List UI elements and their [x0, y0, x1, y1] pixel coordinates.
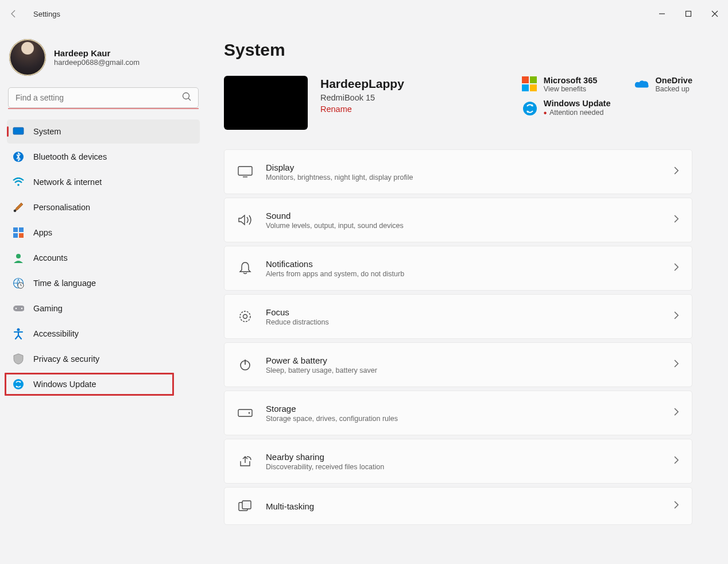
sidebar-item-label: Windows Update	[33, 380, 96, 389]
svg-point-8	[14, 210, 17, 213]
card-sub: Volume levels, output, input, sound devi…	[266, 222, 661, 230]
card-display[interactable]: Display Monitors, brightness, night ligh…	[224, 149, 692, 194]
content-area: System HardeepLappy RedmiBook 15 Rename	[207, 28, 728, 564]
maximize-button[interactable]	[675, 5, 702, 23]
focus-icon	[237, 308, 253, 325]
card-notifications[interactable]: Notifications Alerts from apps and syste…	[224, 246, 692, 291]
status-sub: Attention needed	[544, 108, 611, 118]
card-title: Nearby sharing	[266, 452, 661, 462]
search-input[interactable]	[8, 87, 199, 108]
svg-point-25	[240, 311, 250, 322]
bluetooth-icon	[13, 151, 24, 163]
status-title: Microsoft 365	[544, 76, 597, 85]
accessibility-icon	[13, 328, 24, 339]
sidebar-item-privacy[interactable]: Privacy & security	[7, 347, 200, 371]
search-highlight-underline	[8, 108, 199, 109]
sidebar-item-label: Time & language	[33, 279, 96, 288]
chevron-right-icon	[673, 215, 679, 225]
shield-icon	[13, 353, 24, 365]
svg-line-3	[188, 98, 191, 101]
card-title: Storage	[266, 404, 661, 414]
back-button[interactable]	[5, 5, 23, 23]
svg-rect-4	[13, 128, 24, 134]
chevron-right-icon	[673, 456, 679, 466]
device-name: HardeepLappy	[320, 77, 404, 91]
svg-point-2	[183, 93, 189, 99]
card-sub: Discoverability, received files location	[266, 463, 661, 471]
clock-globe-icon	[13, 277, 24, 289]
status-title: OneDrive	[656, 76, 692, 85]
close-button[interactable]	[702, 5, 728, 23]
chevron-right-icon	[673, 263, 679, 273]
onedrive-icon	[634, 76, 650, 92]
sidebar-item-time-language[interactable]: Time & language	[7, 271, 200, 295]
multitask-icon	[237, 498, 253, 514]
sidebar-item-accessibility[interactable]: Accessibility	[7, 322, 200, 346]
sidebar: Hardeep Kaur hardeep0688@gmail.com Syste…	[0, 28, 207, 564]
svg-point-19	[21, 308, 22, 309]
svg-point-13	[16, 254, 21, 258]
sidebar-item-label: Privacy & security	[33, 354, 99, 364]
status-tile-update[interactable]: Windows Update Attention needed	[522, 99, 611, 118]
svg-rect-29	[238, 410, 252, 416]
card-title: Sound	[266, 211, 661, 221]
app-title: Settings	[33, 10, 60, 18]
rename-link[interactable]: Rename	[320, 105, 352, 114]
gamepad-icon	[13, 303, 24, 314]
svg-point-30	[249, 412, 250, 414]
chevron-right-icon	[673, 408, 679, 418]
sidebar-item-apps[interactable]: Apps	[7, 221, 200, 245]
sidebar-item-label: Network & internet	[33, 177, 102, 187]
storage-icon	[237, 405, 253, 421]
profile-email: hardeep0688@gmail.com	[54, 58, 140, 67]
svg-point-26	[243, 315, 247, 319]
chevron-right-icon	[673, 311, 679, 322]
sidebar-item-accounts[interactable]: Accounts	[7, 246, 200, 270]
svg-rect-23	[238, 167, 252, 175]
svg-rect-11	[13, 233, 18, 238]
sidebar-item-windows-update[interactable]: Windows Update	[7, 372, 200, 396]
update-icon	[522, 101, 538, 117]
device-block: HardeepLappy RedmiBook 15 Rename	[224, 76, 404, 130]
sidebar-item-label: System	[33, 127, 61, 136]
status-tile-ms365[interactable]: Microsoft 365 View benefits	[522, 76, 611, 93]
card-sub: Alerts from apps and system, do not dist…	[266, 270, 661, 278]
svg-rect-12	[19, 233, 24, 238]
svg-point-7	[17, 184, 20, 186]
sidebar-item-system[interactable]: System	[7, 119, 200, 144]
sidebar-item-label: Gaming	[33, 304, 63, 313]
card-title: Notifications	[266, 259, 661, 269]
titlebar: Settings	[0, 0, 728, 28]
card-title: Display	[266, 163, 661, 172]
sidebar-item-gaming[interactable]: Gaming	[7, 296, 200, 320]
chevron-right-icon	[673, 167, 679, 177]
profile-block[interactable]: Hardeep Kaur hardeep0688@gmail.com	[6, 32, 201, 87]
sidebar-item-personalisation[interactable]: Personalisation	[7, 195, 200, 219]
status-tile-onedrive[interactable]: OneDrive Backed up	[634, 76, 692, 93]
apps-icon	[13, 227, 24, 238]
svg-point-18	[16, 308, 17, 309]
card-nearby-sharing[interactable]: Nearby sharing Discoverability, received…	[224, 439, 692, 484]
share-icon	[237, 453, 253, 469]
svg-point-20	[17, 329, 20, 331]
sidebar-item-bluetooth[interactable]: Bluetooth & devices	[7, 145, 200, 169]
card-storage[interactable]: Storage Storage space, drives, configura…	[224, 391, 692, 435]
minimize-button[interactable]	[649, 5, 675, 23]
svg-point-22	[523, 102, 537, 115]
card-sub: Storage space, drives, configuration rul…	[266, 415, 661, 423]
card-multitasking[interactable]: Multi-tasking	[224, 487, 692, 525]
card-sound[interactable]: Sound Volume levels, output, input, soun…	[224, 198, 692, 242]
card-power[interactable]: Power & battery Sleep, battery usage, ba…	[224, 342, 692, 387]
search-icon	[181, 91, 192, 104]
status-title: Windows Update	[544, 99, 611, 108]
svg-rect-9	[13, 227, 18, 232]
card-focus[interactable]: Focus Reduce distractions	[224, 294, 692, 339]
chevron-right-icon	[673, 360, 679, 370]
card-sub: Monitors, brightness, night light, displ…	[266, 173, 661, 181]
chevron-right-icon	[673, 501, 679, 511]
sidebar-item-network[interactable]: Network & internet	[7, 170, 200, 194]
bell-icon	[237, 260, 253, 276]
card-title: Power & battery	[266, 356, 661, 365]
status-sub: View benefits	[544, 85, 597, 93]
page-title: System	[224, 40, 692, 60]
